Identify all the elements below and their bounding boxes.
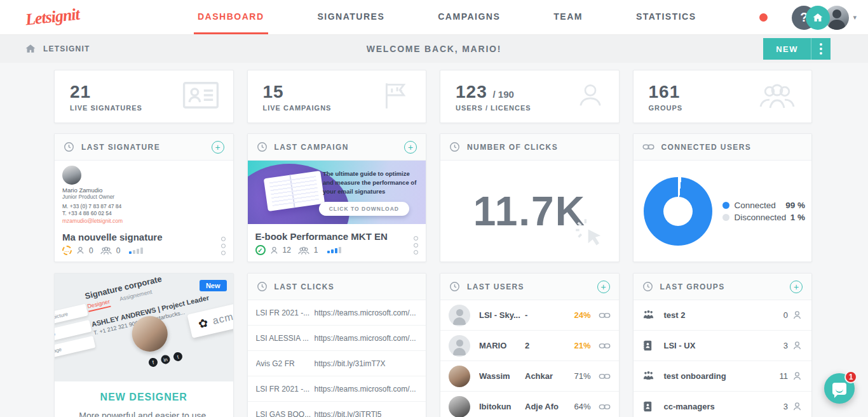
- id-card-icon: [182, 80, 219, 113]
- user-row[interactable]: LSI - Sky... - 24%: [440, 300, 619, 331]
- stat-label: GROUPS: [649, 104, 683, 112]
- linkedin-icon: in: [160, 354, 171, 365]
- user-first-name: Wassim: [479, 371, 525, 381]
- click-url[interactable]: https://teams.microsoft.com/...: [315, 385, 416, 394]
- card-title: LAST CAMPAIGN: [275, 143, 398, 152]
- nav-dashboard[interactable]: DASHBOARD: [194, 0, 268, 34]
- status-pending-icon: ...: [62, 246, 72, 255]
- click-name: LSI FR 2021 -...: [256, 385, 315, 394]
- dashboard-content: 21 LIVE SIGNATURES 15 LIVE CAMPAIGNS 123…: [0, 63, 868, 417]
- nav-signatures[interactable]: SIGNATURES: [314, 0, 389, 34]
- company-logo-icon: ✿: [197, 315, 210, 331]
- click-url[interactable]: https://bit.ly/31imT7X: [315, 359, 386, 368]
- campaign-banner-preview[interactable]: The ultimate guide to optimize and measu…: [248, 161, 426, 224]
- campaign-item-name[interactable]: E-book Performance MKT EN: [255, 231, 419, 242]
- group-count: 11: [780, 371, 789, 381]
- nav-team[interactable]: TEAM: [550, 0, 587, 34]
- main-nav: DASHBOARD SIGNATURES CAMPAIGNS TEAM STAT…: [194, 0, 700, 34]
- click-url[interactable]: https://teams.microsoft.com/...: [315, 334, 416, 343]
- designer-tab-active: Designer: [86, 298, 111, 312]
- connected-users-card: CONNECTED USERS Connected 99 % Disconnec…: [633, 133, 813, 262]
- new-badge: New: [200, 280, 227, 291]
- group-count: 0: [783, 310, 788, 320]
- user-row[interactable]: Wassim Achkar 71%: [440, 361, 619, 392]
- new-designer-heading[interactable]: NEW DESIGNER: [55, 392, 233, 403]
- click-url[interactable]: https://teams.microsoft.com/...: [315, 308, 416, 317]
- group-count: 3: [783, 341, 788, 350]
- group-row[interactable]: test onboarding 11: [634, 361, 812, 392]
- add-signature-button[interactable]: +: [212, 141, 224, 154]
- user-icon: [269, 246, 279, 255]
- stat-groups[interactable]: 161 GROUPS: [633, 70, 813, 123]
- click-row[interactable]: LSI ALESSIA ... https://teams.microsoft.…: [248, 326, 426, 351]
- more-options-icon[interactable]: [221, 237, 226, 255]
- clock-icon: [449, 281, 460, 292]
- click-name: LSI GAS BOO...: [256, 410, 315, 417]
- legend-disconnected: Disconnected 1 %: [722, 213, 806, 222]
- group-name: cc-managers: [664, 402, 783, 411]
- last-clicks-card: LAST CLICKS LSI FR 2021 -... https://tea…: [247, 273, 427, 417]
- user-first-name: LSI - Sky...: [479, 310, 525, 320]
- card-title: LAST GROUPS: [660, 282, 783, 291]
- user-row[interactable]: Ibitokun Adje Afo 64%: [440, 392, 619, 417]
- user-first-name: MARIO: [479, 341, 525, 350]
- group-row[interactable]: cc-managers 3: [634, 392, 812, 417]
- click-name: LSI ALESSIA ...: [256, 334, 315, 343]
- card-title: LAST SIGNATURE: [81, 143, 205, 152]
- signature-phone: T. +33 4 88 60 02 54: [62, 210, 226, 217]
- chart-legend: Connected 99 % Disconnected 1 %: [722, 198, 806, 225]
- user-icon: [76, 246, 85, 255]
- stat-users-licences[interactable]: 123 / 190 USERS / LICENCES: [440, 70, 620, 123]
- user-row[interactable]: MARIO 2 21%: [440, 331, 619, 361]
- click-row[interactable]: Avis G2 FR https://bit.ly/31imT7X: [248, 351, 426, 376]
- more-options-icon[interactable]: [414, 236, 418, 255]
- new-designer-card[interactable]: New Profil picture Logo Image Signature …: [54, 273, 234, 417]
- click-row[interactable]: LSI FR 2021 -... https://teams.microsoft…: [248, 300, 426, 326]
- user-percent: 71%: [568, 371, 591, 381]
- address-book-icon: [642, 401, 655, 412]
- letsignit-logo[interactable]: Letsignit: [0, 0, 159, 34]
- stat-live-campaigns[interactable]: 15 LIVE CAMPAIGNS: [247, 70, 427, 123]
- home-circle-icon[interactable]: [806, 6, 830, 30]
- designer-chip: Image: [55, 336, 95, 359]
- click-row[interactable]: LSI GAS BOO... https://bit.ly/3iTRTl5: [248, 402, 426, 417]
- stats-row: 21 LIVE SIGNATURES 15 LIVE CAMPAIGNS 123…: [54, 70, 812, 123]
- banner-download-button: CLICK TO DOWNLOAD: [319, 202, 409, 216]
- link-icon: [599, 402, 611, 411]
- signature-preview[interactable]: Mario Zamudio Junior Product Owner M. +3…: [55, 161, 233, 228]
- card-title: CONNECTED USERS: [661, 143, 803, 152]
- click-row[interactable]: LSI FR 2021 -... https://teams.microsoft…: [248, 376, 426, 402]
- group-people-icon: [642, 310, 655, 321]
- add-campaign-button[interactable]: +: [404, 141, 417, 154]
- social-icons: f in t: [148, 352, 184, 368]
- signature-email: mzamudio@letsignit.com: [62, 218, 226, 224]
- chat-launcher-button[interactable]: 1: [824, 373, 855, 404]
- card-header: LAST SIGNATURE +: [55, 134, 233, 161]
- user-icon: [792, 371, 803, 381]
- add-group-button[interactable]: +: [790, 281, 803, 293]
- new-button-menu-icon[interactable]: [811, 43, 831, 55]
- banner-text: The ultimate guide to optimize and measu…: [323, 169, 418, 195]
- company-name: acme: [212, 310, 233, 327]
- legend-dot-connected: [722, 202, 729, 209]
- stat-live-signatures[interactable]: 21 LIVE SIGNATURES: [54, 70, 234, 123]
- nav-statistics[interactable]: STATISTICS: [632, 0, 700, 34]
- group-people-icon: [642, 371, 655, 381]
- group-row[interactable]: test 2 0: [634, 300, 812, 331]
- clicks-body: 11.7K: [440, 161, 619, 261]
- connected-users-chart: Connected 99 % Disconnected 1 %: [634, 161, 812, 261]
- stat-label: USERS / LICENCES: [456, 104, 531, 112]
- group-name: LSI - UX: [664, 341, 783, 350]
- group-row[interactable]: LSI - UX 3: [634, 331, 812, 361]
- last-users-card: LAST USERS + LSI - Sky... - 24% MARIO 2 …: [440, 273, 620, 417]
- stat-value: 21: [70, 82, 142, 102]
- new-button[interactable]: NEW: [763, 38, 831, 60]
- clock-icon: [64, 142, 74, 152]
- chevron-down-icon[interactable]: ▾: [853, 13, 857, 22]
- add-user-button[interactable]: +: [597, 281, 610, 293]
- click-url[interactable]: https://bit.ly/3iTRTl5: [315, 410, 382, 417]
- signature-item-name[interactable]: Ma nouvelle signature: [62, 232, 226, 242]
- clock-icon: [449, 142, 460, 152]
- nav-campaigns[interactable]: CAMPAIGNS: [434, 0, 504, 34]
- nav-right-cluster: ? ▾: [759, 0, 857, 35]
